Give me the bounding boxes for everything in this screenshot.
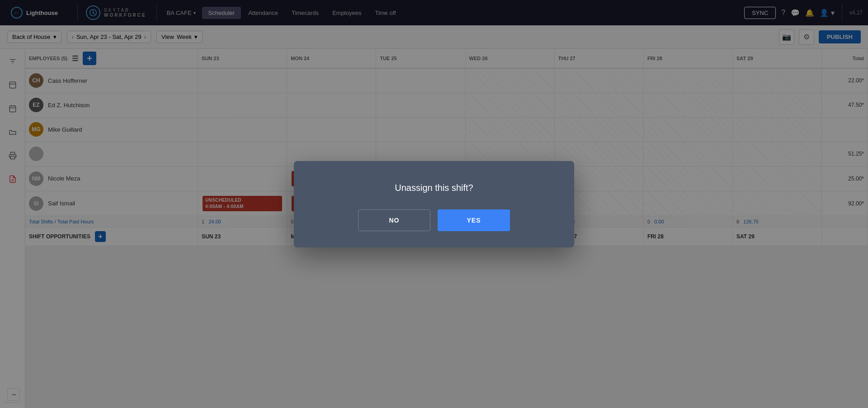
modal-overlay: Unassign this shift? NO YES — [0, 0, 868, 408]
modal-buttons: NO YES — [312, 209, 556, 231]
modal-no-button[interactable]: NO — [358, 209, 430, 231]
modal-yes-button[interactable]: YES — [438, 209, 510, 231]
unassign-modal: Unassign this shift? NO YES — [294, 161, 574, 247]
modal-title: Unassign this shift? — [312, 183, 556, 193]
